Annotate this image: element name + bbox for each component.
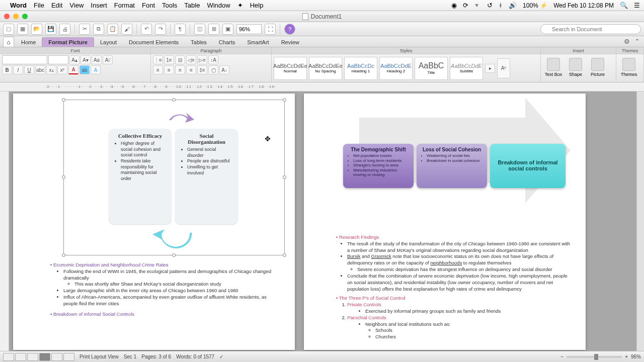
toolbox-button[interactable]: ⊞: [208, 24, 219, 35]
resize-handle[interactable]: [172, 253, 176, 257]
home-icon-tab[interactable]: ⌂: [3, 37, 14, 47]
menu-file[interactable]: File: [34, 2, 44, 9]
resize-handle[interactable]: [62, 175, 65, 179]
word-count[interactable]: Words: 0 of 1577: [176, 354, 214, 359]
new-button[interactable]: ▢: [3, 24, 14, 35]
publishing-view-button[interactable]: [27, 353, 38, 361]
align-center-button[interactable]: ≡: [164, 65, 174, 74]
text-effects-button[interactable]: A: [91, 65, 101, 74]
decrease-indent-button[interactable]: ◁≡: [186, 55, 196, 64]
style-normal[interactable]: AaBbCcDdEeNormal: [274, 57, 307, 80]
numbering-button[interactable]: 1≡: [164, 55, 174, 64]
tab-layout[interactable]: Layout: [94, 38, 123, 47]
tab-tables[interactable]: Tables: [185, 38, 213, 47]
superscript-button[interactable]: x²: [57, 65, 67, 74]
font-color-button[interactable]: A: [68, 65, 78, 74]
subscript-button[interactable]: x₂: [46, 65, 56, 74]
spellcheck-icon[interactable]: ✓: [219, 354, 223, 359]
format-painter-button[interactable]: 🖌: [121, 24, 132, 35]
menu-help[interactable]: Help: [250, 2, 264, 9]
collapse-ribbon-icon[interactable]: ⌃: [634, 38, 640, 45]
focus-view-button[interactable]: [63, 353, 74, 361]
font-name-field[interactable]: [2, 55, 47, 64]
menu-script-icon[interactable]: ✦: [237, 2, 243, 9]
menu-window[interactable]: Window: [207, 2, 230, 9]
tab-format-picture[interactable]: Format Picture: [42, 37, 94, 47]
undo-button[interactable]: ↶: [141, 24, 152, 35]
style-subtitle[interactable]: AaBbCcDdESubtitle: [450, 57, 483, 80]
ribbon-settings-icon[interactable]: ⚙: [624, 38, 630, 45]
bullets-button[interactable]: ⋮≡: [153, 55, 163, 64]
tab-charts[interactable]: Charts: [213, 38, 241, 47]
page-4[interactable]: The Demographic Shift Net population los…: [304, 94, 586, 350]
zoom-slider[interactable]: [567, 356, 622, 358]
text-direction-button[interactable]: ↕A: [208, 55, 218, 64]
tab-review[interactable]: Review: [275, 38, 305, 47]
highlight-button[interactable]: ab: [79, 65, 90, 74]
resize-handle[interactable]: [283, 98, 286, 102]
multilevel-button[interactable]: ⊟: [175, 55, 185, 64]
show-formatting-button[interactable]: ¶: [175, 24, 186, 35]
timemachine-icon[interactable]: ↺: [487, 2, 493, 9]
vertical-ruler[interactable]: [0, 92, 9, 351]
spotlight-icon[interactable]: 🔍: [620, 2, 628, 9]
battery-status[interactable]: 100% ⚡: [523, 2, 547, 9]
align-left-button[interactable]: ≡: [153, 65, 163, 74]
fullscreen-button[interactable]: ⛶: [265, 24, 276, 35]
outline-view-button[interactable]: [15, 353, 26, 361]
resize-handle[interactable]: [62, 253, 65, 257]
insert-text-box-button[interactable]: Text Box: [543, 55, 564, 79]
search-input[interactable]: [540, 24, 641, 34]
styles-pane-button[interactable]: Aᵃ: [497, 58, 510, 78]
vertical-scrollbar[interactable]: [636, 92, 644, 351]
change-case-button[interactable]: Aa: [92, 55, 102, 64]
notification-center-icon[interactable]: ☰: [634, 2, 640, 9]
align-right-button[interactable]: ≡: [175, 65, 185, 74]
close-window-button[interactable]: [4, 14, 10, 19]
template-button[interactable]: ▦: [17, 24, 28, 35]
volume-icon[interactable]: 🔊: [509, 2, 517, 9]
italic-button[interactable]: I: [13, 65, 23, 74]
minimize-window-button[interactable]: [13, 14, 19, 19]
clear-format-button[interactable]: A⃠: [103, 55, 113, 64]
justify-button[interactable]: ≡: [186, 65, 196, 74]
paste-button[interactable]: 📋: [107, 24, 118, 35]
increase-indent-button[interactable]: ▷≡: [197, 55, 207, 64]
help-button[interactable]: ?: [284, 24, 295, 35]
media-button[interactable]: ▣: [222, 24, 233, 35]
sync-icon[interactable]: ⟳: [463, 2, 468, 9]
clock[interactable]: Wed Feb 10 12:08 PM: [553, 2, 614, 9]
menu-insert[interactable]: Insert: [91, 2, 107, 9]
menu-edit[interactable]: Edit: [51, 2, 62, 9]
menu-table[interactable]: Table: [184, 2, 200, 9]
record-icon[interactable]: ◉: [451, 2, 457, 9]
notebook-view-button[interactable]: [51, 353, 62, 361]
style-heading-2[interactable]: AaBbCcDdEHeading 2: [379, 57, 413, 80]
horizontal-ruler[interactable]: ·2· · ·1· · · · · ·1· · ·2· · ·3· · ·4· …: [0, 82, 644, 92]
line-spacing-button[interactable]: ‡≡: [197, 65, 207, 74]
style-heading-1[interactable]: AaBbCcDcHeading 1: [344, 57, 377, 80]
app-name[interactable]: Word: [10, 2, 27, 9]
print-layout-view-button[interactable]: [39, 353, 50, 361]
open-button[interactable]: 📂: [31, 24, 42, 35]
resize-handle[interactable]: [283, 175, 286, 179]
draft-view-button[interactable]: [3, 353, 14, 361]
grow-font-button[interactable]: A▴: [69, 55, 79, 64]
resize-handle[interactable]: [62, 98, 65, 102]
print-button[interactable]: 🖨: [59, 24, 70, 35]
save-button[interactable]: 💾: [45, 24, 56, 35]
menu-font[interactable]: Font: [142, 2, 155, 9]
menu-tools[interactable]: Tools: [162, 2, 177, 9]
tab-document-elements[interactable]: Document Elements: [123, 38, 185, 47]
shrink-font-button[interactable]: A▾: [80, 55, 91, 64]
styles-more-button[interactable]: ▸: [485, 64, 495, 73]
tab-home[interactable]: Home: [15, 38, 42, 47]
resize-handle[interactable]: [283, 253, 286, 257]
zoom-window-button[interactable]: [22, 14, 28, 19]
zoom-out-button[interactable]: −: [560, 354, 564, 359]
zoom-in-button[interactable]: +: [625, 354, 628, 359]
sort-button[interactable]: A↓: [219, 65, 229, 74]
resize-handle[interactable]: [172, 98, 176, 102]
copy-button[interactable]: ⧉: [93, 24, 104, 35]
zoom-percent[interactable]: 96%: [631, 354, 641, 359]
